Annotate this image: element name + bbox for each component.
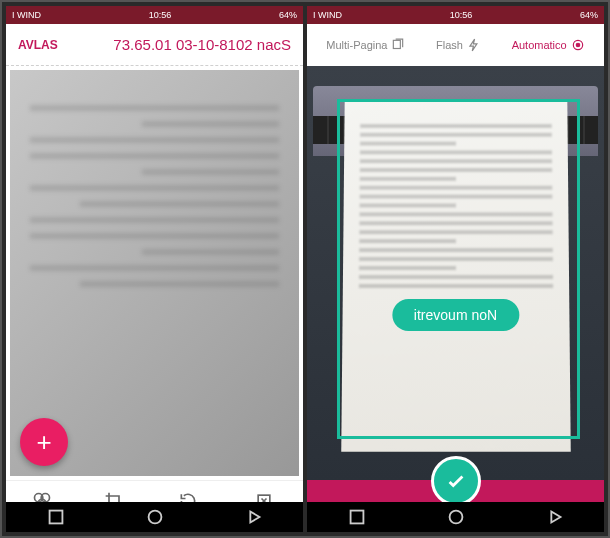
svg-point-8 bbox=[576, 43, 580, 47]
recent-apps-button[interactable] bbox=[45, 506, 67, 528]
android-navbar bbox=[307, 502, 604, 532]
auto-toggle[interactable]: Automatico bbox=[512, 38, 585, 52]
back-button[interactable] bbox=[544, 506, 566, 528]
status-bar: 64% 10:56 I WIND bbox=[307, 6, 604, 24]
svg-rect-6 bbox=[394, 40, 401, 48]
flash-icon bbox=[467, 38, 481, 52]
svg-point-10 bbox=[449, 511, 462, 524]
detected-document bbox=[341, 100, 570, 452]
svg-point-5 bbox=[148, 511, 161, 524]
status-carrier: I WIND bbox=[12, 10, 41, 20]
multipage-icon bbox=[391, 38, 405, 52]
document-title[interactable]: Scan 2018-01-30 10.56.37 bbox=[68, 36, 291, 53]
hold-still-pill: Non muoverti bbox=[392, 299, 519, 331]
status-carrier: I WIND bbox=[313, 10, 342, 20]
svg-rect-9 bbox=[350, 511, 363, 524]
recent-apps-button[interactable] bbox=[346, 506, 368, 528]
multipage-toggle[interactable]: Multi-Pagina bbox=[326, 38, 405, 52]
plus-icon: + bbox=[36, 427, 51, 458]
edit-screen: 64% 10:56 I WIND SALVA Scan 2018-01-30 1… bbox=[6, 6, 303, 532]
camera-viewfinder[interactable]: Non muoverti bbox=[307, 66, 604, 480]
home-button[interactable] bbox=[144, 506, 166, 528]
save-button[interactable]: SALVA bbox=[18, 38, 58, 52]
auto-icon bbox=[571, 38, 585, 52]
capture-screen: 64% 10:56 I WIND Multi-Pagina Flash Auto… bbox=[307, 6, 604, 532]
back-button[interactable] bbox=[243, 506, 265, 528]
svg-rect-4 bbox=[49, 511, 62, 524]
status-battery: 64% bbox=[580, 10, 598, 20]
status-bar: 64% 10:56 I WIND bbox=[6, 6, 303, 24]
edit-header: SALVA Scan 2018-01-30 10.56.37 bbox=[6, 24, 303, 66]
android-navbar bbox=[6, 502, 303, 532]
status-time: 10:56 bbox=[450, 10, 473, 20]
status-battery: 64% bbox=[279, 10, 297, 20]
status-time: 10:56 bbox=[149, 10, 172, 20]
home-button[interactable] bbox=[445, 506, 467, 528]
document-preview[interactable]: + bbox=[10, 70, 299, 476]
add-page-button[interactable]: + bbox=[20, 418, 68, 466]
checkmark-icon bbox=[445, 470, 467, 492]
flash-toggle[interactable]: Flash bbox=[436, 38, 481, 52]
capture-header: Multi-Pagina Flash Automatico bbox=[307, 24, 604, 66]
capture-button[interactable] bbox=[431, 456, 481, 506]
